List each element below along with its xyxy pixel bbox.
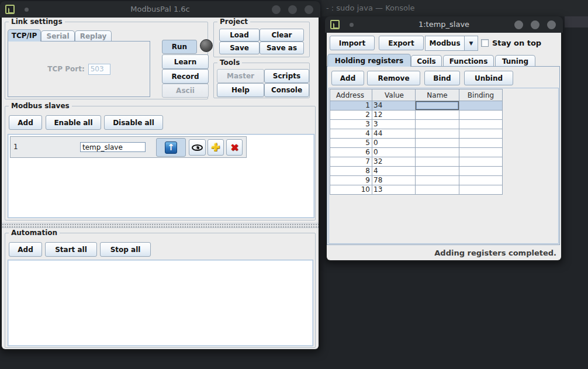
table-row[interactable]: 50	[330, 139, 503, 148]
cell-address[interactable]: 10	[330, 185, 372, 195]
table-row[interactable]: 978	[330, 176, 503, 185]
table-row[interactable]: 444	[330, 129, 503, 139]
header-binding[interactable]: Binding	[459, 89, 503, 101]
slave-row[interactable]: 1 ↑ ✚ ✖	[10, 136, 247, 158]
modbus-dropdown[interactable]: Modbus ▼	[425, 36, 478, 51]
cell-address[interactable]: 1	[330, 101, 372, 111]
stay-on-top-checkbox[interactable]	[481, 39, 489, 47]
cell-address[interactable]: 9	[330, 176, 372, 185]
tab-tcpip[interactable]: TCP/IP	[8, 29, 41, 42]
table-row[interactable]: 84	[330, 167, 503, 176]
cell-value[interactable]: 4	[372, 167, 416, 176]
cell-value[interactable]: 13	[372, 185, 416, 195]
cell-binding[interactable]	[459, 176, 503, 185]
close-button[interactable]	[305, 5, 313, 14]
cell-name[interactable]	[416, 176, 459, 185]
export-button[interactable]: Export	[379, 36, 424, 50]
enable-all-button[interactable]: Enable all	[46, 115, 101, 130]
cell-value[interactable]: 0	[372, 139, 416, 148]
disable-all-button[interactable]: Disable all	[104, 115, 163, 130]
slave-view-button[interactable]	[189, 139, 206, 156]
slave-titlebar[interactable]: 1:temp_slave	[325, 16, 563, 33]
slave-name-input[interactable]	[80, 142, 146, 152]
cell-address[interactable]: 5	[330, 139, 372, 148]
cell-value[interactable]: 0	[372, 148, 416, 157]
cell-address[interactable]: 2	[330, 111, 372, 120]
register-unbind-button[interactable]: Unbind	[464, 71, 513, 85]
cell-name[interactable]	[416, 129, 459, 139]
run-button[interactable]: Run	[162, 40, 197, 54]
tab-replay[interactable]: Replay	[75, 30, 112, 42]
tcp-port-input[interactable]	[88, 64, 110, 75]
cell-name[interactable]	[416, 111, 459, 120]
clear-button[interactable]: Clear	[260, 29, 304, 42]
tab-coils[interactable]: Coils	[411, 55, 442, 67]
tab-functions[interactable]: Functions	[443, 55, 494, 67]
tab-serial[interactable]: Serial	[41, 30, 75, 42]
dropdown-arrow-button[interactable]: ▼	[465, 36, 478, 50]
cell-address[interactable]: 4	[330, 129, 372, 139]
cell-value[interactable]: 44	[372, 129, 416, 139]
cell-value[interactable]: 32	[372, 157, 416, 167]
cell-binding[interactable]	[459, 167, 503, 176]
cell-value[interactable]: 3	[372, 120, 416, 129]
table-row[interactable]: 732	[330, 157, 503, 167]
header-name[interactable]: Name	[416, 89, 459, 101]
save-button[interactable]: Save	[219, 42, 260, 54]
cell-name[interactable]	[416, 157, 459, 167]
cell-address[interactable]: 6	[330, 148, 372, 157]
cell-binding[interactable]	[459, 139, 503, 148]
header-address[interactable]: Address	[330, 89, 372, 101]
splitter-handle[interactable]	[2, 223, 319, 228]
maximize-button[interactable]	[531, 20, 539, 29]
cell-name[interactable]	[416, 148, 459, 157]
tab-holding-registers[interactable]: Holding registers	[327, 54, 411, 67]
learn-button[interactable]: Learn	[162, 54, 209, 69]
scripts-button[interactable]: Scripts	[264, 69, 309, 83]
table-row[interactable]: 60	[330, 148, 503, 157]
slave-duplicate-button[interactable]: ✚	[207, 139, 224, 156]
cell-address[interactable]: 3	[330, 120, 372, 129]
cell-binding[interactable]	[459, 101, 503, 111]
cell-binding[interactable]	[459, 185, 503, 195]
cell-address[interactable]: 8	[330, 167, 372, 176]
cell-value[interactable]: 78	[372, 176, 416, 185]
record-button[interactable]: Record	[162, 69, 209, 84]
modbuspal-titlebar[interactable]: ModbusPal 1.6c	[0, 1, 320, 18]
register-add-button[interactable]: Add	[331, 71, 364, 85]
cell-binding[interactable]	[459, 129, 503, 139]
cell-name[interactable]	[416, 120, 459, 129]
minimize-button[interactable]	[514, 20, 523, 29]
cell-binding[interactable]	[459, 111, 503, 120]
table-row[interactable]: 212	[330, 111, 503, 120]
cell-binding[interactable]	[459, 148, 503, 157]
maximize-button[interactable]	[288, 5, 297, 14]
cell-name[interactable]	[416, 185, 459, 195]
load-button[interactable]: Load	[219, 29, 260, 42]
register-bind-button[interactable]: Bind	[424, 71, 460, 85]
cell-name[interactable]	[416, 101, 459, 111]
automation-add-button[interactable]: Add	[9, 242, 42, 257]
slave-delete-button[interactable]: ✖	[226, 139, 243, 156]
header-value[interactable]: Value	[372, 89, 416, 101]
tab-tuning[interactable]: Tuning	[495, 55, 535, 67]
slave-enable-toggle[interactable]: ↑	[156, 138, 186, 157]
register-remove-button[interactable]: Remove	[367, 71, 420, 85]
start-all-button[interactable]: Start all	[45, 242, 97, 257]
cell-value[interactable]: 12	[372, 111, 416, 120]
cell-name[interactable]	[416, 167, 459, 176]
help-button[interactable]: Help	[217, 83, 264, 97]
import-button[interactable]: Import	[330, 36, 375, 50]
slave-add-button[interactable]: Add	[9, 115, 42, 130]
cell-binding[interactable]	[459, 157, 503, 167]
cell-value[interactable]: 34	[372, 101, 416, 111]
console-button[interactable]: Console	[264, 83, 309, 97]
stop-all-button[interactable]: Stop all	[100, 242, 151, 257]
table-row[interactable]: 33	[330, 120, 503, 129]
table-row[interactable]: 1013	[330, 185, 503, 195]
close-button[interactable]	[547, 20, 556, 29]
cell-binding[interactable]	[459, 120, 503, 129]
cell-name[interactable]	[416, 139, 459, 148]
minimize-button[interactable]	[272, 5, 281, 14]
cell-address[interactable]: 7	[330, 157, 372, 167]
